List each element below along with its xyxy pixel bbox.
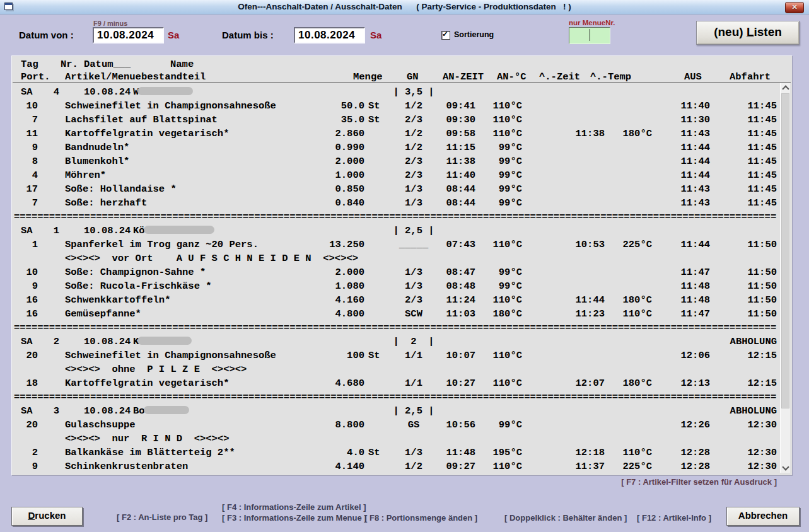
f12-hint: [ F12 : Artikel-Info ] [637,513,711,523]
doppelklick-hint: [ Doppelklick : Behälter änden ] [504,513,627,523]
note-row[interactable]: <><><> vor Ort A U F S C H N E I D E N <… [13,252,779,265]
cell-abfahrt-zeit: 11:45 [728,113,777,127]
cell-artikel: Schinkenkrustenbraten [65,460,188,473]
table-row[interactable]: 4Möhren*1.0002/311:4099°C11:4411:45 [13,168,779,182]
table-row[interactable]: 18Kartoffelgratin vegetarisch*4.6801/110… [13,376,779,390]
scrollbar-thumb[interactable] [781,93,789,408]
drucken-button[interactable]: Drucken [11,507,83,526]
cell-name: W [133,85,193,99]
production-list: SA410.08.24W| 3,5 |10Schweinefilet in Ch… [13,82,791,475]
cell-menge: 13.250 [295,238,364,252]
cell-menge: 35.0 [295,113,364,127]
table-row[interactable]: 9Schinkenkrustenbraten4.1401/209:27110°C… [13,460,779,473]
cell-abfahrt-zeit: 11:45 [728,196,777,210]
cell-gn: GS [391,418,436,432]
f8-hint: [ F8 : Portionsmenge änden ] [364,513,477,523]
cell-menge: 8.800 [295,418,364,432]
datum-von-input[interactable] [93,27,164,43]
f4-hint: [ F4 : Informations-Zeile zum Artikel ] [222,502,366,512]
table-row[interactable]: 17Soße: Hollandaise *0.8501/308:4499°C11… [13,182,779,196]
table-row[interactable]: 16Schwenkkartoffeln*4.1602/311:24110°C11… [13,293,779,307]
vertical-scrollbar[interactable] [780,83,790,473]
cell-name: K [133,335,192,349]
f2-hint: [ F2 : An-Liste pro Tag ] [117,512,207,522]
note-row[interactable]: <><><> nur R I N D <><><> [13,432,779,446]
cell-umschalt-zeit: 11:37 [571,460,605,473]
cell-menge: 4.140 [295,460,364,473]
scroll-down-button[interactable] [781,463,790,473]
group-header-row[interactable]: SA110.08.24Kö| 2,5 | [13,224,779,238]
cell-menge: 0.990 [295,141,364,154]
cell-portionen: 4 [18,168,38,182]
cell-umschalt-temp: 110°C [618,446,652,460]
cell-note: <><><> ohne P I L Z E <><><> [65,362,247,376]
cell-gn: 2/3 [391,293,436,307]
cell-artikel: Soße: Champignon-Sahne * [65,265,206,279]
group-header-row[interactable]: SA210.08.24K| 2 |ABHOLUNG [13,335,779,349]
cell-umschalt-zeit: 11:44 [571,293,605,307]
group-header-row[interactable]: SA310.08.24Bo| 2,5 |ABHOLUNG [13,404,779,418]
cell-aus-zeit: 11:48 [675,293,710,307]
cell-artikel: Soße: Rucola-Frischkäse * [65,279,212,293]
table-row[interactable]: 16Gemüsepfanne*4.800SCW11:03180°C11:2311… [13,307,779,321]
group-header-row[interactable]: SA410.08.24W| 3,5 | [13,85,779,99]
datum-bis-input[interactable] [294,27,365,43]
cell-gn: 1/1 [391,349,436,362]
cell-an-zeit: 10:27 [441,376,475,390]
cell-artikel: Kartoffelgratin vegetarisch* [65,127,229,141]
menue-nr-input[interactable] [569,27,610,44]
cell-gn: 1/2 [391,99,436,113]
neu-listen-button[interactable]: (neu) Listen [696,21,800,45]
scroll-up-button[interactable] [781,83,790,93]
cell-abfahrt-zeit: 11:50 [728,279,777,293]
cell-menge-unit: St [368,349,380,362]
cell-an-temp: 110°C [486,113,522,127]
cell-menge: 1.000 [295,168,364,182]
checkmark-icon: ✓ [442,30,448,38]
chevron-down-icon [782,463,789,470]
cell-artikel: Gemüsepfanne* [65,307,141,321]
col-header-menge: Menge [353,71,383,83]
cell-aus-zeit: 11:47 [675,265,710,279]
col-header-name: Name [170,58,194,71]
table-row[interactable]: 7Soße: herzhaft0.8401/308:4499°C11:4311:… [13,196,779,210]
table-row[interactable]: 7Lachsfilet auf Blattspinat35.0St2/309:3… [13,113,779,127]
sortierung-checkbox[interactable]: ✓ [441,31,450,40]
cell-an-temp: 195°C [486,446,522,460]
note-row[interactable]: <><><> ohne P I L Z E <><><> [13,362,779,376]
cell-aus-zeit: 11:30 [675,113,710,127]
cell-aus-zeit: 11:44 [675,168,710,182]
cell-abfahrt-zeit: 11:50 [728,293,777,307]
table-row[interactable]: 20Schweinefilet in Champignonsahnesoße10… [13,349,779,362]
col-header-port: Port. [21,71,50,83]
cell-tag: SA [21,85,33,99]
cell-an-temp: 99°C [486,168,522,182]
table-row[interactable]: 2Balkankäse im Blätterteig 2**4.0St1/311… [13,446,779,460]
cell-an-temp: 110°C [486,99,522,113]
close-button[interactable]: ✕ [785,2,804,13]
cell-menge-unit: St [368,113,380,127]
table-row[interactable]: 1Spanferkel im Trog ganz ~20 Pers.13.250… [13,238,779,252]
menue-nr-label: nur MenueNr. [569,19,615,26]
datum-bis-label: Datum bis : [222,30,274,40]
abbrechen-button[interactable]: Abbrechen [726,507,800,526]
cell-umschalt-zeit: 12:07 [571,376,605,390]
name-privacy-blur [144,226,214,234]
table-row[interactable]: 9Soße: Rucola-Frischkäse *1.0801/308:489… [13,279,779,293]
table-row[interactable]: 9Bandnudeln*0.9901/211:1599°C11:4411:45 [13,141,779,154]
col-header-z-zeit: ^.-Zeit [539,71,580,83]
cell-datum: 10.08.24 [84,404,131,418]
cell-gn: 1/2 [391,141,436,154]
chevron-up-icon [782,85,789,92]
cell-menge: 2.000 [295,265,364,279]
cell-menge: 50.0 [295,99,364,113]
table-row[interactable]: 8Blumenkohl*2.0002/311:3899°C11:4411:45 [13,154,779,168]
table-row[interactable]: 10Schweinefilet in Champignonsahnesoße50… [13,99,779,113]
cell-gn: 2/3 [391,154,436,168]
table-row[interactable]: 20Gulaschsuppe8.800GS10:5699°C12:2612:30 [13,418,779,432]
cell-aus-zeit: 12:28 [675,460,710,473]
table-row[interactable]: 10Soße: Champignon-Sahne *2.0001/308:479… [13,265,779,279]
cell-an-temp: 99°C [486,141,522,154]
table-row[interactable]: 11Kartoffelgratin vegetarisch*2.8601/209… [13,127,779,141]
window-title: Ofen---Anschalt-Daten / Ausschalt-Daten … [0,0,809,14]
